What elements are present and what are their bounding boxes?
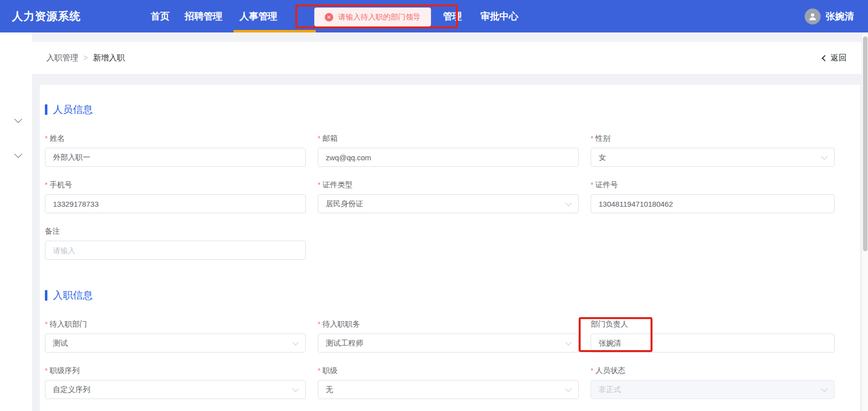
vertical-scrollbar[interactable]	[862, 32, 868, 411]
breadcrumb-item-parent[interactable]: 入职管理	[46, 53, 78, 63]
section-accent-bar	[45, 104, 47, 115]
field-label-mobile: *手机号	[45, 180, 306, 190]
chevron-left-icon	[822, 55, 828, 61]
required-asterisk: *	[318, 181, 320, 189]
field-label-department: *待入职部门	[45, 319, 306, 329]
name-input[interactable]	[45, 148, 306, 167]
field-label-name: *姓名	[45, 133, 306, 143]
field-label-text: 待入职职务	[322, 320, 360, 329]
nav-item[interactable]: 审批中心	[480, 0, 518, 32]
top-navbar: 人力资源系统 首页招聘管理人事管理管理审批中心 ✕ 请输入待入职的部门领导 张婉…	[0, 0, 868, 32]
app-logo: 人力资源系统	[12, 0, 81, 32]
department-select[interactable]: 测试	[45, 334, 306, 353]
error-toast: ✕ 请输入待入职的部门领导	[314, 7, 431, 26]
chevron-down-icon[interactable]	[14, 115, 22, 123]
field-id-type: *证件类型居民身份证	[318, 180, 579, 213]
breadcrumb-item-current: 新增入职	[93, 53, 125, 63]
field-name: *姓名	[45, 133, 306, 167]
chevron-down-icon	[565, 386, 572, 392]
id-number-input[interactable]	[591, 194, 835, 213]
chevron-down-icon	[292, 339, 299, 346]
email-input[interactable]	[318, 148, 579, 167]
position-select[interactable]: 测试工程师	[318, 334, 579, 353]
field-label-remark: 备注	[45, 226, 306, 236]
back-label: 返回	[831, 53, 847, 63]
sidebar-collapsed	[0, 32, 32, 411]
field-label-text: 备注	[45, 227, 60, 236]
select-value: 自定义序列	[53, 385, 90, 395]
section-header: 入职信息	[45, 289, 860, 302]
user-menu[interactable]: 张婉清	[805, 0, 854, 32]
scrollbar-thumb[interactable]	[863, 36, 868, 251]
breadcrumb-separator: >	[83, 53, 88, 62]
field-label-text: 证件号	[595, 180, 618, 190]
chevron-down-icon[interactable]	[14, 150, 22, 158]
form-section: 入职信息*待入职部门测试*待入职职务测试工程师部门负责人*职级序列自定义序列*职…	[45, 289, 860, 399]
field-label-staff-status: *人员状态	[591, 366, 835, 376]
nav-item[interactable]: 首页	[151, 0, 170, 32]
field-label-text: 证件类型	[322, 180, 352, 190]
field-label-id-type: *证件类型	[318, 180, 579, 190]
error-circle-icon: ✕	[325, 13, 333, 21]
user-name: 张婉清	[826, 10, 854, 23]
remark-input[interactable]	[45, 241, 306, 260]
field-department: *待入职部门测试	[45, 319, 306, 353]
select-value: 非正式	[599, 385, 621, 395]
field-label-gender: *性别	[591, 133, 835, 143]
rank-select[interactable]: 无	[318, 380, 579, 399]
field-remark: 备注	[45, 226, 306, 260]
required-asterisk: *	[591, 134, 593, 142]
section-title: 入职信息	[53, 289, 93, 302]
field-label-text: 邮箱	[322, 134, 337, 143]
back-button[interactable]: 返回	[823, 53, 847, 63]
select-value: 无	[326, 385, 333, 395]
select-value: 女	[599, 153, 606, 162]
chevron-down-icon	[292, 386, 299, 392]
avatar	[805, 8, 821, 24]
nav-item[interactable]: 管理	[443, 0, 462, 32]
section-header: 人员信息	[45, 103, 860, 116]
required-asterisk: *	[45, 367, 47, 375]
section-title: 人员信息	[53, 103, 93, 116]
breadcrumb: 入职管理 > 新增入职	[46, 53, 125, 63]
field-staff-status: *人员状态非正式	[591, 366, 835, 399]
required-asterisk: *	[45, 134, 47, 142]
field-gender: *性别女	[591, 133, 835, 167]
field-label-text: 姓名	[49, 134, 64, 143]
required-asterisk: *	[591, 367, 593, 375]
dept-leader-input[interactable]	[591, 334, 835, 353]
required-asterisk: *	[591, 181, 593, 189]
chevron-down-icon	[565, 339, 572, 346]
field-label-rank-sequence: *职级序列	[45, 366, 306, 376]
chevron-down-icon	[821, 386, 828, 392]
rank-sequence-select[interactable]: 自定义序列	[45, 380, 306, 399]
staff-status-select: 非正式	[591, 380, 835, 399]
breadcrumb-bar: 入职管理 > 新增入职 返回	[32, 42, 862, 74]
chevron-down-icon	[565, 200, 572, 206]
active-tab-underline	[233, 30, 316, 32]
field-label-text: 职级	[322, 366, 337, 376]
required-asterisk: *	[45, 320, 47, 328]
field-id-number: *证件号	[591, 180, 835, 213]
field-label-rank: *职级	[318, 366, 579, 376]
field-position: *待入职职务测试工程师	[318, 319, 579, 353]
nav-item[interactable]: 招聘管理	[185, 0, 222, 32]
field-label-position: *待入职职务	[318, 319, 579, 329]
field-label-text: 职级序列	[49, 366, 79, 376]
gender-select[interactable]: 女	[591, 148, 835, 167]
field-grid: *姓名*邮箱*性别女*手机号*证件类型居民身份证*证件号备注	[45, 133, 860, 260]
toast-message: 请输入待入职的部门领导	[338, 12, 421, 22]
required-asterisk: *	[318, 320, 320, 328]
id-type-select[interactable]: 居民身份证	[318, 194, 579, 213]
mobile-input[interactable]	[45, 194, 306, 213]
field-label-text: 人员状态	[595, 366, 625, 376]
field-label-id-number: *证件号	[591, 180, 835, 190]
select-value: 测试工程师	[326, 339, 363, 348]
required-asterisk: *	[45, 181, 47, 189]
field-label-text: 部门负责人	[591, 320, 628, 329]
nav-item[interactable]: 人事管理	[239, 0, 277, 32]
required-asterisk: *	[318, 367, 320, 375]
select-value: 测试	[53, 339, 68, 348]
form-card: 人员信息*姓名*邮箱*性别女*手机号*证件类型居民身份证*证件号备注入职信息*待…	[40, 85, 860, 411]
field-label-text: 性别	[595, 134, 610, 143]
